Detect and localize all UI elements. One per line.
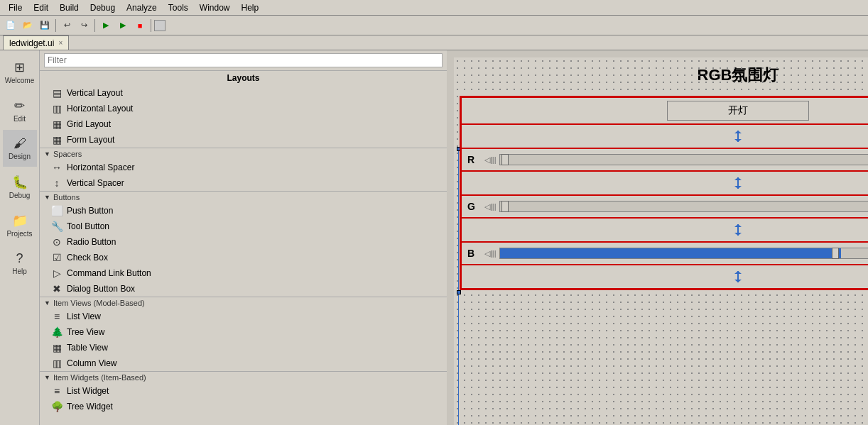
widget-dialog-button-box[interactable]: ✖ Dialog Button Box [40, 281, 447, 297]
g-slider-track[interactable] [499, 201, 868, 212]
r-slider-track[interactable] [499, 154, 868, 165]
grid-layout-label: Grid Layout [67, 119, 111, 129]
widget-vertical-layout[interactable]: ▤ Vertical Layout [40, 85, 447, 101]
widget-form-layout[interactable]: ▦ Form Layout [40, 132, 447, 148]
menu-build[interactable]: Build [54, 1, 85, 14]
debug-run-button[interactable]: ▶ [115, 18, 131, 33]
undo-button[interactable]: ↩ [59, 18, 75, 33]
kaifeng-button[interactable]: 开灯 [667, 101, 809, 121]
widget-tree-view[interactable]: 🌲 Tree View [40, 324, 447, 340]
menu-help[interactable]: Help [236, 1, 265, 14]
widget-horizontal-layout[interactable]: ▥ Horizontal Layout [40, 101, 447, 116]
widget-radio-button[interactable]: ⊙ Radio Button [40, 234, 447, 250]
command-link-icon: ▷ [51, 267, 63, 279]
filter-input[interactable] [44, 53, 443, 67]
item-widgets-label: Item Widgets (Item-Based) [53, 373, 146, 382]
r-slider-handle[interactable] [501, 154, 509, 165]
toolbar-sep-1 [55, 19, 56, 32]
b-slider-fill [500, 248, 842, 258]
open-file-button[interactable]: 📂 [20, 18, 36, 33]
list-widget-icon: ≡ [51, 385, 63, 397]
b-label: B [467, 248, 482, 259]
design-area[interactable]: RGB氛围灯 开灯 [447, 50, 868, 425]
item-widgets-toggle[interactable]: ▼ Item Widgets (Item-Based) [40, 371, 447, 383]
r-left-arr: ◁||| [484, 155, 497, 165]
widget-push-button[interactable]: ⬜ Push Button [40, 203, 447, 219]
menu-analyze[interactable]: Analyze [121, 1, 163, 14]
item-views-toggle[interactable]: ▼ Item Views (Model-Based) [40, 297, 447, 309]
widget-command-link-button[interactable]: ▷ Command Link Button [40, 265, 447, 281]
widget-column-view[interactable]: ▥ Column View [40, 355, 447, 371]
sidebar-edit[interactable]: ✏ Edit [3, 92, 37, 128]
g-slider-handle[interactable] [501, 201, 509, 212]
column-view-label: Column View [67, 358, 116, 368]
sidebar-welcome[interactable]: ⊞ Welcome [3, 53, 37, 90]
item-widgets-arrow-icon: ▼ [44, 374, 50, 381]
button-row: 开灯 [461, 97, 868, 124]
widget-check-box[interactable]: ☑ Check Box [40, 250, 447, 265]
sidebar-debug[interactable]: 🐛 Debug [3, 168, 37, 205]
horizontal-layout-icon: ▥ [51, 103, 63, 114]
edit-icon: ✏ [14, 98, 25, 114]
buttons-label: Buttons [53, 193, 80, 202]
sidebar-design[interactable]: 🖌 Design [3, 130, 37, 167]
widget-tree-widget[interactable]: 🌳 Tree Widget [40, 399, 447, 414]
b-slider-track[interactable] [499, 248, 868, 259]
sidebar-projects[interactable]: 📁 Projects [3, 206, 37, 243]
g-slider-row: G ◁||| |||▷ [467, 199, 868, 214]
g-channel-row: G ◁||| |||▷ [461, 195, 868, 218]
tree-view-label: Tree View [67, 327, 104, 337]
widget-tool-button[interactable]: 🔧 Tool Button [40, 219, 447, 234]
widget-horizontal-spacer[interactable]: ↔ Horizontal Spacer [40, 160, 447, 175]
menu-edit[interactable]: Edit [28, 1, 54, 14]
buttons-toggle[interactable]: ▼ Buttons [40, 191, 447, 203]
vertical-spacer-1 [731, 128, 745, 145]
buttons-arrow-icon: ▼ [44, 194, 50, 201]
file-tab[interactable]: ledwidget.ui × [3, 35, 69, 50]
spacers-arrow-icon: ▼ [44, 150, 50, 158]
table-view-icon: ▦ [51, 342, 63, 353]
push-button-label: Push Button [67, 206, 113, 216]
svg-marker-7 [734, 224, 742, 227]
toolbar-sep-3 [151, 19, 151, 32]
radio-button-icon: ⊙ [51, 236, 63, 248]
redo-button[interactable]: ↪ [76, 18, 92, 33]
svg-marker-5 [734, 186, 742, 189]
vertical-layout-icon: ▤ [51, 87, 63, 99]
sidebar-edit-label: Edit [13, 115, 26, 123]
design-icon: 🖌 [13, 136, 26, 151]
item-views-arrow-icon: ▼ [44, 299, 50, 307]
horizontal-spacer-icon: ↔ [51, 162, 63, 173]
list-view-icon: ≡ [51, 311, 63, 322]
menu-file[interactable]: File [3, 1, 28, 14]
widget-vertical-spacer[interactable]: ↕ Vertical Spacer [40, 175, 447, 191]
svg-marker-8 [734, 233, 742, 236]
sidebar-design-label: Design [9, 153, 31, 160]
b-slider-handle[interactable] [832, 248, 839, 259]
widget-list-widget[interactable]: ≡ List Widget [40, 383, 447, 399]
run-button[interactable]: ▶ [98, 18, 114, 33]
vertical-spacer-4 [731, 268, 745, 285]
sidebar-help[interactable]: ? Help [3, 245, 37, 282]
stop-button[interactable]: ■ [132, 18, 148, 33]
vertical-spacer-2 [731, 175, 745, 192]
menu-window[interactable]: Window [194, 1, 236, 14]
spacers-toggle[interactable]: ▼ Spacers [40, 148, 447, 160]
vertical-spacer-3 [731, 221, 745, 238]
svg-marker-4 [734, 177, 742, 180]
save-file-button[interactable]: 💾 [37, 18, 53, 33]
svg-marker-11 [734, 280, 742, 282]
new-file-button[interactable]: 📄 [3, 18, 18, 33]
widget-panel: Layouts ▤ Vertical Layout ▥ Horizontal L… [40, 50, 447, 425]
horizontal-spacer-label: Horizontal Spacer [67, 162, 134, 172]
g-label: G [467, 201, 482, 212]
canvas: RGB氛围灯 开灯 [454, 57, 868, 425]
grid-layout-icon: ▦ [51, 118, 63, 130]
widget-table-view[interactable]: ▦ Table View [40, 340, 447, 355]
layouts-header: Layouts [40, 70, 447, 85]
tab-close-button[interactable]: × [58, 39, 63, 47]
menu-debug[interactable]: Debug [85, 1, 121, 14]
menu-tools[interactable]: Tools [163, 1, 194, 14]
widget-grid-layout[interactable]: ▦ Grid Layout [40, 116, 447, 132]
widget-list-view[interactable]: ≡ List View [40, 309, 447, 324]
